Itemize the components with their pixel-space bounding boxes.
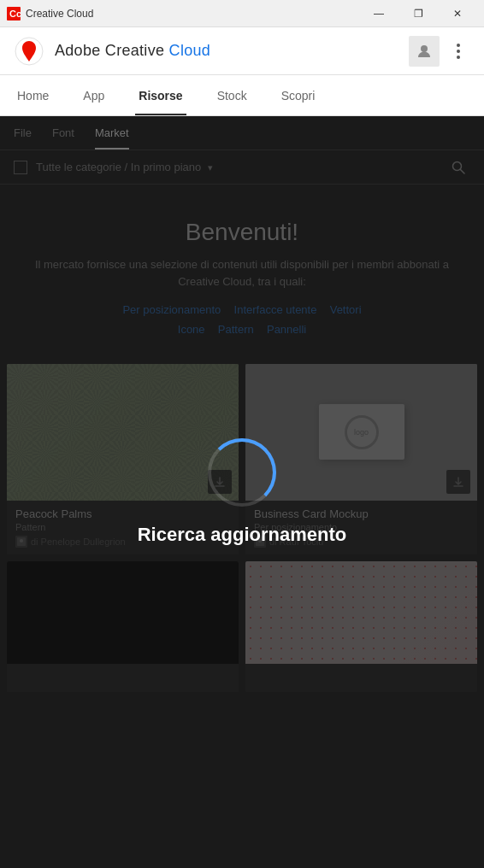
user-profile-button[interactable] <box>409 36 440 67</box>
loading-text: Ricerca aggiornamento <box>138 524 347 546</box>
header-title: Adobe Creative Cloud <box>55 42 409 60</box>
tab-scopri[interactable]: Scopri <box>278 75 319 115</box>
dot-icon <box>457 50 460 53</box>
loading-overlay: Ricerca aggiornamento <box>0 116 484 868</box>
close-button[interactable]: ✕ <box>438 0 477 27</box>
svg-text:Cc: Cc <box>9 9 21 19</box>
nav-tabs: Home App Risorse Stock Scopri <box>0 75 484 116</box>
title-bar-text: Creative Cloud <box>26 8 359 20</box>
tab-stock[interactable]: Stock <box>214 75 251 115</box>
more-options-button[interactable] <box>446 36 470 67</box>
header-bar: Adobe Creative Cloud <box>0 27 484 75</box>
tab-home[interactable]: Home <box>14 75 52 115</box>
svg-point-4 <box>421 45 428 52</box>
adobe-cc-icon: Cc <box>7 7 21 21</box>
minimize-button[interactable]: — <box>359 0 398 27</box>
user-icon <box>416 44 432 59</box>
tab-risorse[interactable]: Risorse <box>135 75 186 115</box>
title-bar-controls: — ❐ ✕ <box>359 0 477 27</box>
dot-icon <box>457 44 460 47</box>
tab-app[interactable]: App <box>80 75 108 115</box>
dot-icon <box>457 56 460 59</box>
spinner-container <box>208 438 276 507</box>
title-bar: Cc Creative Cloud — ❐ ✕ <box>0 0 484 27</box>
main-content: File Font Market Tutte le categorie / In… <box>0 116 484 868</box>
adobe-logo-icon <box>14 36 44 67</box>
spinner-arc <box>208 438 276 507</box>
restore-button[interactable]: ❐ <box>398 0 438 27</box>
